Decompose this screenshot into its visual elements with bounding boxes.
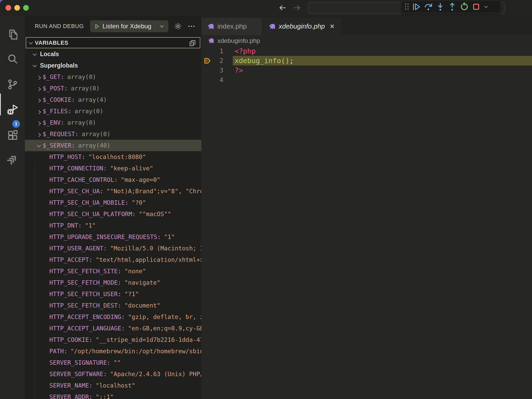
- php-elephant-icon: [268, 23, 276, 30]
- variable-value: "": [114, 359, 121, 366]
- debug-restart-button[interactable]: [458, 2, 470, 12]
- server-entry-row[interactable]: HTTP_HOST:"localhost:8080": [25, 151, 201, 163]
- server-entry-row[interactable]: HTTP_SEC_CH_UA:""Not)A;Brand";v="8", "Ch…: [25, 185, 201, 197]
- current-line-highlight: xdebug_info();: [233, 56, 532, 65]
- variable-name: HTTP_SEC_CH_UA:: [49, 188, 103, 195]
- debug-step-out-button[interactable]: [446, 2, 458, 12]
- sidebar-item-extensions[interactable]: [0, 124, 25, 146]
- server-entry-row[interactable]: HTTP_SEC_FETCH_DEST:"document": [25, 300, 201, 311]
- server-entry-row[interactable]: HTTP_SEC_FETCH_SITE:"none": [25, 265, 201, 277]
- variable-row[interactable]: $_GET: array(0): [25, 71, 201, 83]
- debug-step-into-button[interactable]: [434, 2, 446, 12]
- server-entry-row[interactable]: SERVER_ADDR:"::1": [25, 391, 201, 399]
- chevron-down-icon: [32, 52, 37, 56]
- debug-toolbar-more-button[interactable]: [482, 2, 490, 12]
- sidebar-item-extension-chevrons[interactable]: [0, 148, 25, 170]
- start-debug-play-icon[interactable]: [93, 23, 100, 30]
- server-entry-row[interactable]: SERVER_SIGNATURE:"": [25, 357, 201, 368]
- server-entry-row[interactable]: HTTP_USER_AGENT:"Mozilla/5.0 (Macintosh;…: [25, 243, 201, 254]
- extensions-icon: [6, 129, 18, 141]
- server-entry-row[interactable]: HTTP_ACCEPT_ENCODING:"gzip, deflate, br,…: [25, 311, 201, 323]
- variable-row[interactable]: $_ENV: array(0): [25, 117, 201, 128]
- activity-bar: 1: [0, 16, 25, 399]
- tab-index-php[interactable]: index.php: [201, 18, 262, 35]
- history-back-button[interactable]: [277, 3, 288, 13]
- close-window-button[interactable]: [5, 5, 11, 11]
- search-icon: [6, 53, 18, 65]
- line-number: 1: [201, 47, 223, 55]
- variable-name: PATH:: [49, 348, 67, 355]
- variable-name: HTTP_SEC_CH_UA_MOBILE:: [49, 199, 129, 206]
- toolbar-drag-handle[interactable]: [403, 2, 410, 12]
- arrow-left-icon: [278, 3, 287, 12]
- variables-section-header[interactable]: VARIABLES: [26, 37, 200, 48]
- launch-config-expand[interactable]: [155, 22, 166, 30]
- variable-name: $_SERVER:: [43, 142, 75, 149]
- server-entry-row[interactable]: HTTP_DNT:"1": [25, 220, 201, 231]
- variable-row-server-selected[interactable]: $_SERVER: array(40): [25, 140, 201, 151]
- variable-name: HTTP_COOKIE:: [49, 336, 92, 343]
- debug-stop-button[interactable]: [470, 2, 482, 12]
- variable-name: HTTP_SEC_CH_UA_PLATFORM:: [49, 211, 136, 217]
- server-entry-row[interactable]: SERVER_NAME:"localhost": [25, 380, 201, 391]
- sidebar-item-source-control[interactable]: [0, 74, 25, 95]
- variables-section-title: VARIABLES: [35, 39, 68, 46]
- chevron-down-icon: [483, 4, 489, 10]
- collapse-all-button[interactable]: [189, 39, 196, 47]
- debug-stackframe-breakpoint-icon: [204, 57, 211, 65]
- debug-settings-button[interactable]: [174, 22, 182, 30]
- debug-bug-play-icon: [6, 104, 18, 116]
- history-forward-button[interactable]: [292, 3, 302, 13]
- breadcrumb[interactable]: xdebuginfo.php: [201, 35, 532, 46]
- server-entry-row[interactable]: HTTP_SEC_FETCH_MODE:"navigate": [25, 277, 201, 288]
- server-entry-row[interactable]: SERVER_SOFTWARE:"Apache/2.4.63 (Unix) PH…: [25, 368, 201, 380]
- chevron-right-icon: [37, 121, 41, 125]
- zoom-window-button[interactable]: [23, 5, 29, 11]
- variable-value: "?0": [132, 199, 146, 206]
- code-line-2-current: 2 xdebug_info();: [201, 56, 532, 65]
- debug-step-over-button[interactable]: [422, 2, 434, 12]
- scope-row-locals[interactable]: Locals: [25, 48, 201, 60]
- breakpoint-current-line-marker[interactable]: [204, 57, 211, 65]
- scope-row-superglobals[interactable]: Superglobals: [25, 60, 201, 71]
- minimize-window-button[interactable]: [14, 5, 20, 11]
- server-entry-row[interactable]: HTTP_SEC_CH_UA_MOBILE:"?0": [25, 197, 201, 208]
- variable-name: HTTP_SEC_FETCH_USER:: [49, 291, 121, 297]
- debug-continue-button[interactable]: [410, 2, 422, 12]
- server-entry-row[interactable]: HTTP_COOKIE:"__stripe_mid=1d7b2216-1dda-…: [25, 334, 201, 345]
- step-into-icon: [436, 2, 445, 11]
- sidebar-item-explorer[interactable]: [0, 24, 25, 45]
- server-entry-row[interactable]: HTTP_UPGRADE_INSECURE_REQUESTS:"1": [25, 231, 201, 243]
- views-more-actions-button[interactable]: [188, 22, 195, 30]
- sidebar-item-search[interactable]: [0, 48, 25, 70]
- restart-icon: [460, 2, 469, 11]
- server-entry-row[interactable]: HTTP_SEC_FETCH_USER:"?1": [25, 288, 201, 300]
- server-entry-row[interactable]: PATH:"/opt/homebrew/bin:/opt/homebrew/sb…: [25, 345, 201, 357]
- server-entry-row[interactable]: HTTP_CACHE_CONTROL:"max-age=0": [25, 174, 201, 185]
- variable-row[interactable]: $_POST: array(0): [25, 83, 201, 94]
- server-entry-row[interactable]: HTTP_SEC_CH_UA_PLATFORM:""macOS"": [25, 208, 201, 220]
- launch-config-dropdown[interactable]: Listen for Xdebug: [90, 20, 168, 32]
- sidebar-item-run-debug[interactable]: [0, 99, 25, 121]
- variable-name: SERVER_ADDR:: [49, 394, 92, 399]
- variable-name: SERVER_NAME:: [49, 382, 92, 389]
- php-elephant-icon: [208, 37, 214, 44]
- server-entry-row[interactable]: HTTP_ACCEPT_LANGUAGE:"en-GB,en;q=0.9,cy-…: [25, 323, 201, 334]
- variable-value: "text/html,application/xhtml+x…: [96, 256, 201, 263]
- variable-name: $_GET:: [43, 74, 64, 80]
- variable-value: "/opt/homebrew/bin:/opt/homebrew/sbin…: [70, 348, 201, 355]
- tab-xdebuginfo-php-active[interactable]: xdebuginfo.php ✕: [263, 18, 341, 35]
- variable-name: HTTP_ACCEPT_LANGUAGE:: [49, 325, 125, 332]
- step-out-icon: [448, 2, 457, 11]
- triple-chevron-icon: [6, 153, 18, 165]
- variable-value: "::1": [96, 394, 114, 399]
- variable-row[interactable]: $_FILES: array(0): [25, 105, 201, 117]
- variable-row[interactable]: $_COOKIE: array(4): [25, 94, 201, 105]
- close-tab-button[interactable]: ✕: [330, 23, 335, 30]
- variable-value: array(0): [67, 74, 96, 80]
- variable-row[interactable]: $_REQUEST: array(0): [25, 128, 201, 140]
- server-entry-row[interactable]: HTTP_ACCEPT:"text/html,application/xhtml…: [25, 254, 201, 265]
- code-editor[interactable]: 1 <?php 2 xdebug_info(); 3 ?>: [201, 46, 532, 399]
- server-entry-row[interactable]: HTTP_CONNECTION:"keep-alive": [25, 163, 201, 174]
- debug-session-badge: 1: [12, 120, 20, 128]
